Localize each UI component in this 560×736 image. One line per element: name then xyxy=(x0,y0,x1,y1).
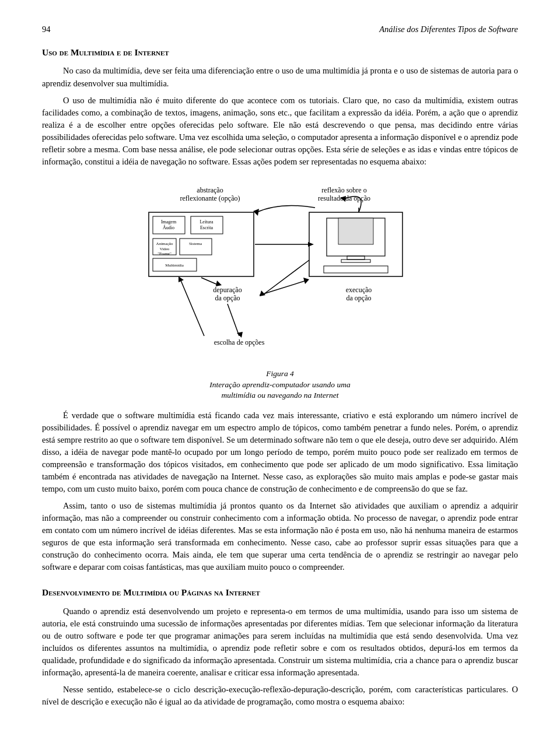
svg-line-32 xyxy=(262,260,309,295)
figure4-diagram: abstração reflexionante (opção) reflexão… xyxy=(117,178,443,365)
svg-text:depuração: depuração xyxy=(213,286,242,294)
svg-text:Escrita: Escrita xyxy=(200,225,214,230)
section1-para4: Assim, tanto o uso de sistemas multimídi… xyxy=(42,500,518,573)
page-header: 94 Análise dos Diferentes Tipos de Softw… xyxy=(42,23,518,36)
svg-text:reflexionante (opção): reflexionante (opção) xyxy=(180,194,240,202)
svg-text:Imagem: Imagem xyxy=(161,219,177,225)
header-title: Análise dos Diferentes Tipos de Software xyxy=(379,23,518,36)
figure4-caption-line1: Interação aprendiz-computador usando uma xyxy=(209,380,350,389)
svg-text:Leitura: Leitura xyxy=(200,219,214,225)
section1-para1: No caso da multimídia, deve ser feita um… xyxy=(42,65,518,89)
svg-text:Animação: Animação xyxy=(156,241,173,246)
figure4-container: abstração reflexionante (opção) reflexão… xyxy=(42,178,518,402)
svg-text:reflexão sobre o: reflexão sobre o xyxy=(321,186,366,194)
svg-text:"Frame": "Frame" xyxy=(158,251,172,256)
section2-para1: Quando o aprendiz está desenvolvendo um … xyxy=(42,605,518,679)
svg-rect-23 xyxy=(341,260,370,262)
svg-text:escolha de opções: escolha de opções xyxy=(214,338,265,346)
svg-text:Sistema: Sistema xyxy=(189,241,202,246)
svg-line-43 xyxy=(260,281,306,295)
svg-rect-21 xyxy=(338,218,373,244)
svg-text:Áudio: Áudio xyxy=(163,225,174,230)
svg-rect-24 xyxy=(324,266,388,273)
svg-marker-31 xyxy=(308,242,314,247)
svg-text:Multimídia: Multimídia xyxy=(165,263,184,268)
svg-text:execução: execução xyxy=(346,286,372,294)
svg-line-38 xyxy=(181,281,204,336)
figure4-caption: Figura 4 Interação aprendiz-computador u… xyxy=(209,369,350,402)
svg-text:da opção: da opção xyxy=(346,294,372,302)
page-number: 94 xyxy=(42,23,51,36)
svg-rect-22 xyxy=(347,256,365,260)
section2-para2: Nesse sentido, estabelece-se o ciclo des… xyxy=(42,684,518,708)
svg-line-34 xyxy=(201,278,219,285)
svg-text:da opção: da opção xyxy=(215,294,240,302)
page: 94 Análise dos Diferentes Tipos de Softw… xyxy=(0,0,560,736)
svg-line-36 xyxy=(228,304,239,336)
section1-title: Uso de Multimídia e de Internet xyxy=(42,46,518,59)
svg-text:Video: Video xyxy=(160,247,170,251)
section1-para2: O uso de multimídia não é muito diferent… xyxy=(42,94,518,168)
svg-text:abstração: abstração xyxy=(197,186,223,194)
svg-marker-44 xyxy=(303,278,309,284)
section1-para3: É verdade que o software multimídia está… xyxy=(42,409,518,495)
figure4-label: Figura 4 xyxy=(266,369,294,378)
section2-title: Desenvolvimento de Multimídia ou Páginas… xyxy=(42,586,518,599)
figure4-caption-line2: multimídia ou navegando na Internet xyxy=(222,391,339,399)
